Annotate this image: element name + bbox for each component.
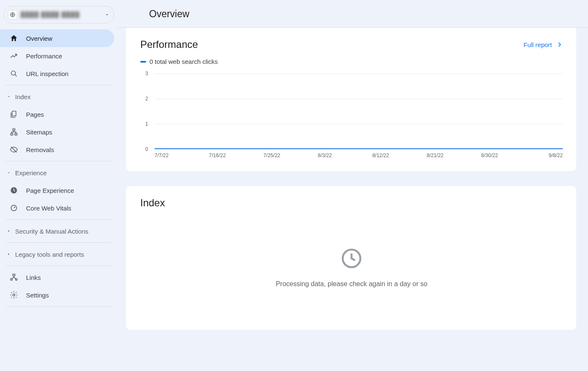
home-icon [9,34,18,42]
x-tick-label: 9/8/22 [536,153,563,158]
series-line [155,148,563,149]
sidebar-item-label: Page Experience [26,187,74,194]
sidebar-item-label: Removals [26,146,54,153]
sidebar-item-settings[interactable]: Settings [0,286,114,304]
sidebar-item-label: Performance [26,53,62,60]
sidebar-item-url-inspection[interactable]: URL inspection [0,65,114,82]
chart-legend: 0 total web search clicks [140,58,563,65]
divider [6,306,112,307]
divider [6,266,112,266]
y-tick-label: 0 [145,146,148,152]
card-performance: Performance Full report 0 total web sear… [126,28,576,171]
section-label: Experience [15,169,47,176]
section-index[interactable]: Index [0,88,118,105]
svg-point-1 [11,71,16,75]
globe-icon [8,10,17,19]
divider [6,242,112,243]
section-label: Legacy tools and reports [15,251,84,258]
sitemap-icon [9,128,18,136]
main: Overview Performance Full report 0 total [118,0,588,371]
gridline [155,99,563,99]
sidebar-item-label: Pages [26,111,44,118]
trending-icon [9,52,18,60]
section-legacy[interactable]: Legacy tools and reports [0,245,118,263]
sidebar-item-core-web-vitals[interactable]: Core Web Vitals [0,199,114,217]
x-tick-label: 8/21/22 [427,153,481,158]
caret-down-icon [6,95,12,99]
sidebar-item-label: URL inspection [26,70,68,77]
card-title-index: Index [140,197,563,209]
section-label: Security & Manual Actions [15,228,88,235]
gear-icon [9,291,18,299]
gridline [155,74,563,74]
sidebar-item-label: Settings [26,292,49,299]
legend-text: 0 total web search clicks [150,58,218,65]
clock-icon [340,247,363,270]
property-selector[interactable]: ████ ████ ████ [3,6,114,24]
search-icon [9,69,18,78]
x-tick-label: 8/12/22 [372,153,427,158]
x-tick-label: 8/3/22 [318,153,373,158]
sidebar-item-overview[interactable]: Overview [0,29,114,47]
sidebar-item-sitemaps[interactable]: Sitemaps [0,123,114,141]
page-title: Overview [149,8,588,20]
full-report-link[interactable]: Full report [523,41,563,48]
chevron-down-icon [105,12,110,17]
sidebar-item-label: Overview [26,35,52,42]
sidebar-item-removals[interactable]: Removals [0,141,114,158]
y-tick-label: 2 [145,96,148,102]
x-tick-label: 7/16/22 [209,153,264,158]
removals-icon [9,145,18,154]
page-header: Overview [118,0,588,28]
svg-point-11 [13,294,15,296]
pages-icon [9,110,18,118]
section-label: Index [15,93,31,100]
caret-down-icon [6,171,12,175]
svg-rect-4 [11,133,13,135]
caret-right-icon [6,252,12,256]
x-tick-label: 8/30/22 [481,153,536,158]
svg-rect-3 [13,129,15,131]
full-report-label: Full report [523,41,552,48]
index-processing-message: Processing data, please check again in a… [276,280,427,288]
y-tick-label: 3 [145,71,148,76]
card-title-performance: Performance [140,39,198,50]
svg-rect-5 [15,133,17,135]
y-tick-label: 1 [145,121,148,127]
card-index: Index Processing data, please check agai… [126,186,576,330]
divider [6,85,112,85]
section-security[interactable]: Security & Manual Actions [0,222,118,240]
svg-rect-8 [13,274,15,276]
sidebar-item-label: Links [26,274,41,281]
core-web-vitals-icon [9,204,18,212]
sidebar-item-performance[interactable]: Performance [0,47,114,65]
chevron-right-icon [556,41,563,48]
links-icon [9,273,18,282]
section-experience[interactable]: Experience [0,164,118,182]
x-tick-label: 7/25/22 [263,153,318,158]
legend-swatch [140,61,146,63]
sidebar-item-label: Sitemaps [26,129,52,136]
divider [6,219,112,220]
svg-rect-2 [12,111,16,116]
sidebar: ████ ████ ████ Overview Performance URL … [0,0,118,371]
caret-right-icon [6,229,12,233]
sidebar-item-links[interactable]: Links [0,268,114,286]
sidebar-item-page-experience[interactable]: Page Experience [0,182,114,199]
x-tick-label: 7/7/22 [155,153,209,158]
performance-chart: 0123 7/7/227/16/227/25/228/3/228/12/228/… [140,74,563,158]
sidebar-item-label: Core Web Vitals [26,205,71,212]
divider [6,161,112,161]
sidebar-item-pages[interactable]: Pages [0,105,114,123]
property-name: ████ ████ ████ [21,11,105,18]
gridline [155,124,563,124]
page-experience-icon [9,186,18,195]
